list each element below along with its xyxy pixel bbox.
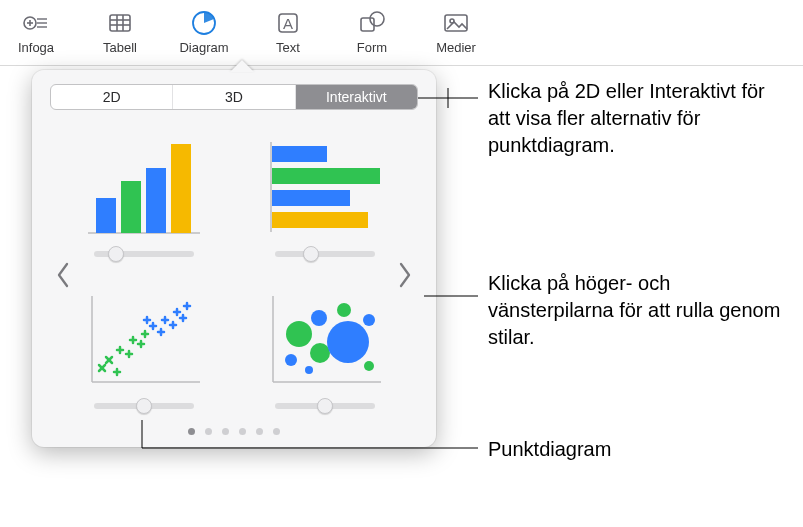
toolbar-shape-label: Form: [357, 40, 387, 55]
svg-point-69: [310, 343, 330, 363]
svg-point-70: [327, 321, 369, 363]
svg-text:A: A: [283, 15, 293, 32]
page-dot-3[interactable]: [222, 428, 229, 435]
scatter-slider[interactable]: [94, 398, 194, 412]
callout-scatter: Punktdiagram: [488, 436, 788, 463]
toolbar-chart-label: Diagram: [179, 40, 228, 55]
gallery-next-arrow[interactable]: [392, 262, 418, 288]
gallery-grid: [76, 138, 392, 412]
column-slider[interactable]: [94, 246, 194, 260]
svg-rect-25: [272, 168, 380, 184]
slider-track: [275, 251, 375, 257]
popover-arrow: [230, 60, 254, 72]
toolbar-media[interactable]: Medier: [428, 6, 484, 55]
bubble-slider[interactable]: [275, 398, 375, 412]
toolbar-shape[interactable]: Form: [344, 6, 400, 55]
popover-body: 2D 3D Interaktivt: [32, 70, 436, 447]
bubble-chart-preview: [265, 290, 385, 388]
svg-point-68: [311, 310, 327, 326]
callout-tabs: Klicka på 2D eller Interaktivt för att v…: [488, 78, 788, 159]
svg-rect-6: [110, 15, 130, 31]
svg-point-71: [337, 303, 351, 317]
table-icon: [105, 8, 135, 38]
svg-point-73: [364, 361, 374, 371]
toolbar-insert[interactable]: Infoga: [8, 6, 64, 55]
toolbar-chart[interactable]: Diagram: [176, 6, 232, 55]
svg-rect-20: [121, 181, 141, 233]
tab-interactive[interactable]: Interaktivt: [296, 85, 417, 109]
svg-point-74: [305, 366, 313, 374]
page-dot-6[interactable]: [273, 428, 280, 435]
scatter-chart-preview: [84, 290, 204, 388]
svg-rect-26: [272, 190, 350, 206]
page-dot-1[interactable]: [188, 428, 195, 435]
chevron-left-icon: [56, 262, 70, 288]
svg-point-72: [363, 314, 375, 326]
svg-point-66: [286, 321, 312, 347]
chart-thumb-bar[interactable]: [257, 138, 392, 260]
svg-rect-24: [272, 146, 327, 162]
slider-knob[interactable]: [303, 246, 319, 262]
chart-thumb-scatter[interactable]: [76, 290, 211, 412]
chevron-right-icon: [398, 262, 412, 288]
chart-thumb-bubble[interactable]: [257, 290, 392, 412]
bar-slider[interactable]: [275, 246, 375, 260]
svg-rect-22: [171, 144, 191, 233]
chart-popover: 2D 3D Interaktivt: [32, 70, 436, 447]
chart-type-tabs: 2D 3D Interaktivt: [50, 84, 418, 110]
slider-knob[interactable]: [108, 246, 124, 262]
slider-knob[interactable]: [317, 398, 333, 414]
svg-point-15: [370, 12, 384, 26]
callout-arrows: Klicka på höger- och vänsterpilarna för …: [488, 270, 788, 351]
column-chart-preview: [84, 138, 204, 236]
toolbar-text[interactable]: A Text: [260, 6, 316, 55]
svg-rect-27: [272, 212, 368, 228]
svg-rect-21: [146, 168, 166, 233]
media-icon: [441, 8, 471, 38]
bar-chart-preview: [265, 138, 385, 236]
page-dot-4[interactable]: [239, 428, 246, 435]
gallery-prev-arrow[interactable]: [50, 262, 76, 288]
chart-thumb-column[interactable]: [76, 138, 211, 260]
insert-icon: [21, 8, 51, 38]
toolbar-table-label: Tabell: [103, 40, 137, 55]
toolbar-media-label: Medier: [436, 40, 476, 55]
svg-point-67: [285, 354, 297, 366]
pie-icon: [189, 8, 219, 38]
toolbar-table[interactable]: Tabell: [92, 6, 148, 55]
tab-3d[interactable]: 3D: [173, 85, 295, 109]
page-dots: [50, 428, 418, 435]
text-icon: A: [273, 8, 303, 38]
shapes-icon: [357, 8, 387, 38]
toolbar: Infoga Tabell Diagram A Text Form Medier: [0, 0, 803, 66]
slider-knob[interactable]: [136, 398, 152, 414]
svg-rect-19: [96, 198, 116, 233]
page-dot-5[interactable]: [256, 428, 263, 435]
toolbar-text-label: Text: [276, 40, 300, 55]
tab-2d[interactable]: 2D: [51, 85, 173, 109]
page-dot-2[interactable]: [205, 428, 212, 435]
toolbar-insert-label: Infoga: [18, 40, 54, 55]
chart-gallery: [50, 138, 418, 412]
